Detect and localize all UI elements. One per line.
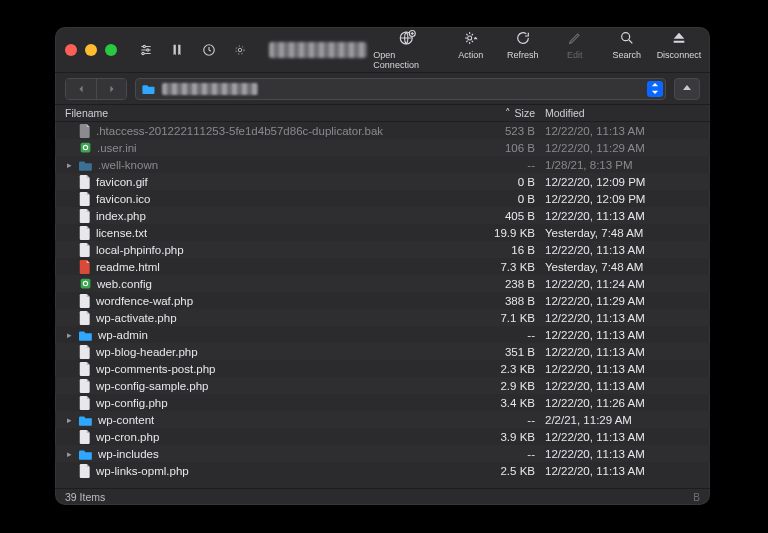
file-row[interactable]: ▸wp-config-sample.php2.9 KB12/22/20, 11:… (55, 377, 710, 394)
bonjour-icon[interactable] (228, 38, 254, 62)
file-row[interactable]: ▸wordfence-waf.php388 B12/22/20, 11:29 A… (55, 292, 710, 309)
sliders-icon[interactable] (133, 38, 159, 62)
file-name: license.txt (96, 227, 147, 239)
file-row[interactable]: ▸readme.html7.3 KBYesterday, 7:48 AM (55, 258, 710, 275)
file-modified: 12/22/20, 12:09 PM (545, 193, 700, 205)
file-row[interactable]: ▸.htaccess-201222111253-5fe1d4b57d86c-du… (55, 122, 710, 139)
path-dropdown-toggle[interactable] (647, 81, 663, 97)
svg-point-3 (143, 45, 145, 47)
file-name: favicon.gif (96, 176, 148, 188)
gear-icon (79, 141, 92, 154)
item-count: 39 Items (65, 491, 105, 503)
file-row[interactable]: ▸license.txt19.9 KBYesterday, 7:48 AM (55, 224, 710, 241)
file-modified: 12/22/20, 11:13 AM (545, 329, 700, 341)
edit-button[interactable]: Edit (554, 29, 596, 70)
finder-window: Open Connection Action Refresh Edit (55, 27, 710, 505)
file-name-cell: ▸wp-admin (65, 329, 485, 341)
disclosure-triangle-icon[interactable]: ▸ (65, 160, 74, 170)
folder-row[interactable]: ▸.well-known--1/28/21, 8:13 PM (55, 156, 710, 173)
file-name: wp-config-sample.php (96, 380, 209, 392)
file-name: .htaccess-201222111253-5fe1d4b57d86c-dup… (96, 125, 383, 137)
file-row[interactable]: ▸wp-config.php3.4 KB12/22/20, 11:26 AM (55, 394, 710, 411)
file-row[interactable]: ▸favicon.ico0 B12/22/20, 12:09 PM (55, 190, 710, 207)
file-row[interactable]: ▸favicon.gif0 B12/22/20, 12:09 PM (55, 173, 710, 190)
file-name-cell: ▸wordfence-waf.php (65, 294, 485, 308)
file-name-cell: ▸license.txt (65, 226, 485, 240)
bookmarks-icon[interactable] (165, 38, 191, 62)
file-size: 7.1 KB (485, 312, 545, 324)
file-row[interactable]: ▸web.config238 B12/22/20, 11:24 AM (55, 275, 710, 292)
file-name-cell: ▸.well-known (65, 159, 485, 171)
file-name: wp-admin (98, 329, 148, 341)
search-button[interactable]: Search (606, 29, 648, 70)
file-name-cell: ▸favicon.ico (65, 192, 485, 206)
file-name: wp-links-opml.php (96, 465, 189, 477)
svg-point-5 (142, 52, 144, 54)
file-row[interactable]: ▸local-phpinfo.php16 B12/22/20, 11:13 AM (55, 241, 710, 258)
file-icon (79, 124, 91, 138)
nav-seg (65, 78, 127, 100)
pathbar (55, 73, 710, 105)
history-icon[interactable] (196, 38, 222, 62)
file-icon (79, 464, 91, 478)
file-name-cell: ▸wp-config-sample.php (65, 379, 485, 393)
folder-icon (79, 329, 93, 341)
disclosure-triangle-icon[interactable]: ▸ (65, 330, 74, 340)
traffic-lights (65, 44, 117, 56)
file-list[interactable]: ▸.htaccess-201222111253-5fe1d4b57d86c-du… (55, 122, 710, 488)
action-menu-button[interactable]: Action (450, 29, 492, 70)
col-size-header[interactable]: ˄ Size (485, 107, 545, 119)
col-filename-header[interactable]: Filename (65, 107, 485, 119)
disconnect-button[interactable]: Disconnect (658, 29, 700, 70)
minimize-window-button[interactable] (85, 44, 97, 56)
go-up-button[interactable] (674, 78, 700, 100)
file-modified: 12/22/20, 11:29 AM (545, 142, 700, 154)
file-name-cell: ▸wp-config.php (65, 396, 485, 410)
file-name-cell: ▸wp-content (65, 414, 485, 426)
disclosure-triangle-icon[interactable]: ▸ (65, 415, 74, 425)
close-window-button[interactable] (65, 44, 77, 56)
status-bar: 39 Items B (55, 488, 710, 505)
file-row[interactable]: ▸wp-links-opml.php2.5 KB12/22/20, 11:13 … (55, 462, 710, 479)
col-modified-header[interactable]: Modified (545, 107, 700, 119)
file-name: favicon.ico (96, 193, 150, 205)
file-size: 351 B (485, 346, 545, 358)
search-label: Search (613, 50, 642, 60)
svg-point-11 (467, 36, 471, 40)
open-connection-label: Open Connection (373, 50, 439, 70)
file-row[interactable]: ▸wp-cron.php3.9 KB12/22/20, 11:13 AM (55, 428, 710, 445)
file-row[interactable]: ▸index.php405 B12/22/20, 11:13 AM (55, 207, 710, 224)
open-connection-button[interactable]: Open Connection (373, 29, 439, 70)
file-size: 0 B (485, 193, 545, 205)
pencil-icon (567, 29, 583, 47)
nav-forward-button[interactable] (96, 79, 126, 99)
file-name: wp-comments-post.php (96, 363, 216, 375)
folder-row[interactable]: ▸wp-admin--12/22/20, 11:13 AM (55, 326, 710, 343)
file-size: 19.9 KB (485, 227, 545, 239)
file-row[interactable]: ▸wp-comments-post.php2.3 KB12/22/20, 11:… (55, 360, 710, 377)
file-size: 2.5 KB (485, 465, 545, 477)
file-row[interactable]: ▸wp-activate.php7.1 KB12/22/20, 11:13 AM (55, 309, 710, 326)
file-modified: 12/22/20, 11:13 AM (545, 312, 700, 324)
file-modified: 12/22/20, 11:13 AM (545, 380, 700, 392)
refresh-icon (515, 29, 531, 47)
svg-point-12 (621, 33, 629, 41)
disclosure-triangle-icon[interactable]: ▸ (65, 449, 74, 459)
nav-back-button[interactable] (66, 79, 96, 99)
file-size: 106 B (485, 142, 545, 154)
folder-row[interactable]: ▸wp-includes--12/22/20, 11:13 AM (55, 445, 710, 462)
folder-row[interactable]: ▸wp-content--2/2/21, 11:29 AM (55, 411, 710, 428)
maximize-window-button[interactable] (105, 44, 117, 56)
file-row[interactable]: ▸wp-blog-header.php351 B12/22/20, 11:13 … (55, 343, 710, 360)
file-name-cell: ▸wp-blog-header.php (65, 345, 485, 359)
refresh-button[interactable]: Refresh (502, 29, 544, 70)
file-row[interactable]: ▸.user.ini106 B12/22/20, 11:29 AM (55, 139, 710, 156)
file-name-cell: ▸local-phpinfo.php (65, 243, 485, 257)
path-dropdown[interactable] (135, 78, 666, 100)
toolbar-actions: Open Connection Action Refresh Edit (373, 29, 700, 70)
file-size: -- (485, 329, 545, 341)
file-icon (79, 175, 91, 189)
file-icon (79, 430, 91, 444)
col-filename-label: Filename (65, 107, 108, 119)
svg-point-7 (239, 48, 243, 52)
